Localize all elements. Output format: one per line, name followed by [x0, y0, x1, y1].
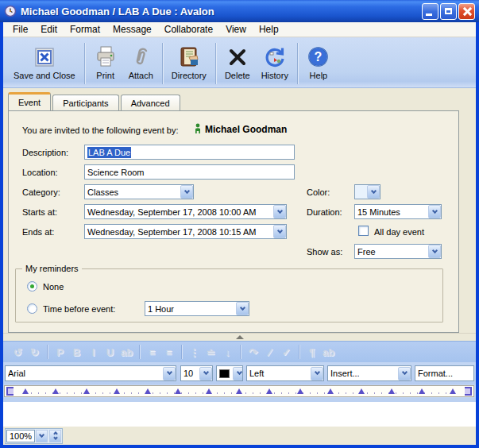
font-size-select[interactable]: 10 — [180, 365, 213, 381]
all-day-checkbox[interactable] — [358, 226, 369, 236]
tab-stop-marker[interactable] — [52, 388, 59, 394]
menu-item-edit[interactable]: Edit — [34, 22, 64, 37]
tab-stop-marker[interactable] — [83, 388, 90, 394]
formatting-divider — [240, 345, 241, 359]
zoom-level[interactable]: 100% — [6, 430, 35, 442]
my-reminders-legend: My reminders — [22, 264, 82, 273]
category-select[interactable]: Classes — [84, 184, 194, 199]
toolbar-divider — [84, 43, 85, 84]
bold-icon: B — [68, 346, 85, 358]
align-select[interactable]: Left — [246, 365, 324, 381]
tab-stop-marker[interactable] — [297, 388, 303, 394]
chevron-down-icon[interactable] — [236, 302, 249, 315]
window-client-area: FileEditFormatMessageCollaborateViewHelp… — [3, 22, 476, 445]
starts-at-select[interactable]: Wednesday, September 17, 2008 10:00 AM — [84, 204, 287, 219]
tab-stop-marker[interactable] — [388, 388, 395, 394]
chevron-down-icon[interactable] — [180, 185, 193, 199]
menu-item-message[interactable]: Message — [106, 22, 158, 37]
toolbar-button-delete[interactable]: Delete — [219, 44, 256, 83]
insert-select[interactable]: Insert... — [327, 365, 411, 381]
formatting-divider — [47, 345, 48, 359]
close-button[interactable] — [458, 3, 475, 20]
color-select[interactable] — [354, 184, 380, 199]
toolbar-button-attach[interactable]: Attach — [123, 44, 159, 83]
duration-select[interactable]: 15 Minutes — [354, 204, 442, 219]
left-margin-marker[interactable] — [6, 387, 14, 396]
location-input[interactable]: Science Room — [84, 164, 295, 180]
minimize-button[interactable] — [422, 3, 438, 20]
description-value: LAB A Due — [87, 147, 131, 158]
toolbar-button-directory[interactable]: Directory — [166, 44, 212, 83]
chevron-down-icon[interactable] — [233, 367, 243, 380]
category-label: Category: — [22, 187, 60, 197]
chevron-down-icon[interactable] — [428, 245, 441, 258]
toolbar-button-help[interactable]: ?Help — [301, 44, 336, 83]
chevron-down-icon[interactable] — [163, 367, 176, 380]
pane-splitter[interactable] — [3, 333, 476, 341]
toolbar-divider — [162, 43, 163, 84]
splitter-arrow-icon — [236, 335, 244, 339]
message-body[interactable] — [3, 402, 476, 426]
undo-icon: ↺ — [10, 346, 26, 358]
tab-participants[interactable]: Participants — [52, 95, 118, 110]
print-icon — [94, 46, 118, 68]
tab-advanced[interactable]: Advanced — [121, 95, 180, 110]
insert-value: Insert... — [330, 369, 396, 378]
chevron-down-icon[interactable] — [199, 367, 212, 380]
reminder-time-select[interactable]: 1 Hour — [145, 301, 249, 316]
window-icon — [4, 5, 17, 17]
special-chars-icon: ¶ — [303, 346, 320, 358]
menu-item-format[interactable]: Format — [64, 22, 106, 37]
tab-stop-marker[interactable] — [114, 388, 120, 394]
chevron-down-icon[interactable] — [311, 367, 323, 380]
tab-stop-marker[interactable] — [266, 388, 272, 394]
organizer-name: Michael Goodman — [205, 124, 287, 135]
toolbar-button-print[interactable]: Print — [88, 44, 123, 83]
menu-item-collaborate[interactable]: Collaborate — [158, 22, 219, 37]
align-value: Left — [249, 369, 309, 378]
zoom-dropdown-button[interactable] — [36, 430, 48, 442]
chevron-down-icon[interactable] — [428, 205, 441, 218]
font-color-select[interactable] — [216, 365, 243, 381]
reminder-time-radio[interactable] — [27, 303, 37, 314]
tab-stop-marker[interactable] — [236, 388, 242, 394]
tab-stop-marker[interactable] — [358, 388, 365, 394]
format-menu-button[interactable]: Format... — [415, 365, 474, 381]
event-tab-panel: You are invited to the following event b… — [8, 110, 459, 333]
font-family-select[interactable]: Arial — [5, 365, 176, 381]
tab-stop-marker[interactable] — [419, 388, 425, 394]
ruler-tab-stops — [22, 388, 456, 394]
toolbar-button-history[interactable]: History — [256, 44, 294, 83]
reminder-none-radio[interactable] — [27, 281, 37, 292]
ends-at-select[interactable]: Wednesday, September 17, 2008 10:15 AM — [84, 224, 287, 239]
tab-stop-marker[interactable] — [22, 388, 29, 394]
tab-stop-marker[interactable] — [450, 388, 456, 394]
menu-bar: FileEditFormatMessageCollaborateViewHelp — [3, 22, 476, 37]
toolbar-button-save-and-close[interactable]: Save and Close — [8, 44, 81, 83]
format-menu-value: Format... — [418, 369, 473, 378]
menu-item-help[interactable]: Help — [253, 22, 285, 37]
tab-stop-marker[interactable] — [327, 388, 334, 394]
chevron-down-icon[interactable] — [367, 185, 380, 199]
italic-icon: I — [85, 346, 102, 358]
chevron-down-icon[interactable] — [273, 225, 286, 238]
font-size-value: 10 — [183, 369, 198, 378]
tab-stop-marker[interactable] — [206, 388, 212, 394]
chevron-down-icon[interactable] — [273, 205, 286, 218]
main-toolbar: Save and ClosePrintAttachDirectoryDelete… — [3, 37, 476, 88]
description-input[interactable]: LAB A Due — [84, 145, 295, 160]
menu-item-file[interactable]: File — [6, 22, 34, 37]
menu-item-view[interactable]: View — [219, 22, 253, 37]
minimize-icon — [426, 14, 432, 16]
chevron-down-icon — [39, 431, 44, 437]
zoom-spinner[interactable] — [49, 430, 61, 442]
tab-stop-marker[interactable] — [145, 388, 151, 394]
right-margin-marker[interactable] — [465, 387, 472, 396]
ruler[interactable] — [4, 385, 474, 397]
maximize-button[interactable] — [440, 3, 457, 20]
chevron-down-icon[interactable] — [398, 367, 411, 380]
accept-icon: ✓ — [278, 346, 295, 358]
tab-stop-marker[interactable] — [175, 388, 181, 394]
show-as-select[interactable]: Free — [354, 244, 442, 259]
tab-event[interactable]: Event — [8, 92, 51, 110]
